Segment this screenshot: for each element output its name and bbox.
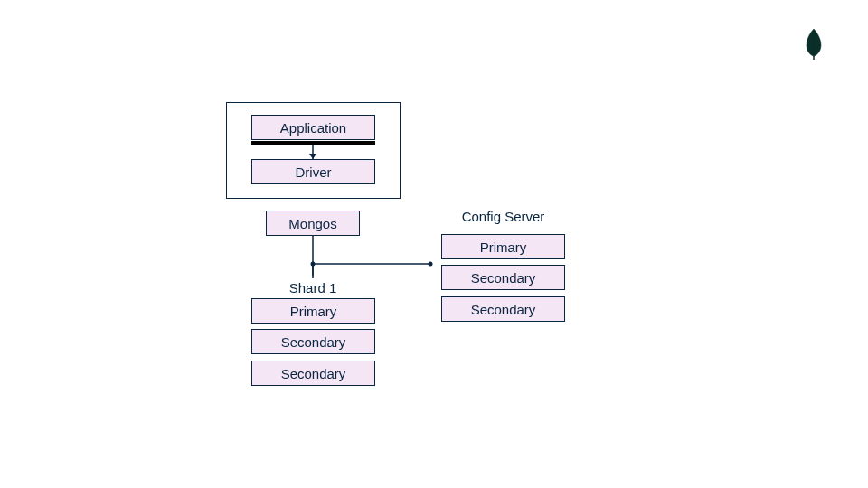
svg-point-5 — [311, 262, 316, 267]
config-secondary2-label: Secondary — [471, 302, 536, 317]
shard1-primary-box: Primary — [251, 298, 375, 324]
driver-label: Driver — [296, 164, 332, 180]
application-box: Application — [251, 115, 375, 140]
shard1-secondary1-box: Secondary — [251, 329, 375, 354]
app-driver-connector — [251, 141, 375, 145]
shard1-secondary2-box: Secondary — [251, 361, 375, 386]
config-secondary1-label: Secondary — [471, 270, 536, 286]
shard1-secondary1-label: Secondary — [281, 334, 346, 350]
application-label: Application — [280, 120, 346, 136]
connector-lines — [0, 0, 868, 488]
shard1-title: Shard 1 — [268, 280, 358, 296]
config-secondary1-box: Secondary — [441, 265, 565, 290]
mongodb-leaf-icon — [805, 29, 823, 63]
shard1-primary-label: Primary — [290, 304, 337, 319]
mongos-label: Mongos — [288, 216, 336, 231]
config-primary-label: Primary — [480, 239, 527, 255]
driver-box: Driver — [251, 159, 375, 184]
mongos-box: Mongos — [266, 211, 360, 236]
config-primary-box: Primary — [441, 234, 565, 259]
shard1-secondary2-label: Secondary — [281, 366, 346, 381]
svg-point-6 — [429, 262, 433, 267]
config-secondary2-box: Secondary — [441, 296, 565, 322]
config-title: Config Server — [441, 209, 565, 224]
